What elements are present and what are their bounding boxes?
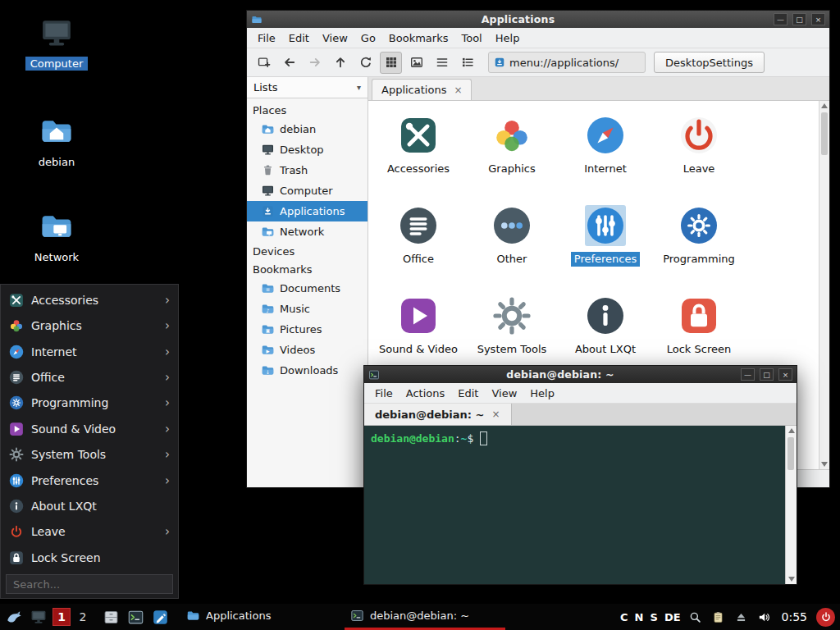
menu-item-sound-video[interactable]: Sound & Video › bbox=[1, 416, 178, 441]
desktop-settings-button[interactable]: DesktopSettings bbox=[654, 52, 765, 73]
menu-view[interactable]: View bbox=[316, 30, 354, 47]
tab-close-icon[interactable]: × bbox=[491, 409, 500, 420]
workspace-1-button[interactable]: 1 bbox=[52, 608, 71, 626]
menu-file[interactable]: File bbox=[251, 30, 282, 47]
desktop-icon-computer[interactable]: Computer bbox=[19, 15, 94, 71]
menu-search-input[interactable] bbox=[7, 578, 172, 591]
bookmark-label: Music bbox=[280, 303, 310, 315]
menu-item-system-tools[interactable]: System Tools › bbox=[1, 441, 178, 467]
maximize-button[interactable]: □ bbox=[760, 368, 774, 381]
menu-item-graphics[interactable]: Graphics › bbox=[1, 313, 178, 338]
fm-vertical-scrollbar[interactable] bbox=[819, 101, 829, 469]
show-desktop-button[interactable] bbox=[28, 606, 49, 628]
detailed-view-button[interactable] bbox=[456, 52, 478, 74]
app-category-office[interactable]: Office bbox=[372, 201, 465, 291]
quicklaunch-terminal[interactable] bbox=[125, 606, 146, 628]
clipboard-icon[interactable] bbox=[710, 609, 727, 625]
clock[interactable]: 0:55 bbox=[782, 610, 807, 623]
side-pane-mode-combo[interactable]: Lists ▾ bbox=[247, 77, 368, 98]
back-button[interactable] bbox=[278, 52, 300, 74]
bookmark-pictures[interactable]: ▣ Pictures bbox=[247, 319, 368, 340]
screenshot-tool-icon[interactable] bbox=[687, 609, 704, 625]
terminal-scrollbar[interactable] bbox=[785, 426, 797, 584]
task-button-terminal[interactable]: debian@debian: ~ bbox=[345, 604, 505, 630]
menu-item-accessories[interactable]: Accessories › bbox=[1, 287, 178, 313]
thumbnail-view-button[interactable] bbox=[405, 52, 427, 74]
fm-title-bar[interactable]: Applications — □ × bbox=[247, 11, 829, 28]
volume-icon[interactable] bbox=[756, 609, 773, 625]
menu-edit[interactable]: Edit bbox=[451, 385, 485, 402]
lock-icon bbox=[9, 550, 24, 565]
quicklaunch-file-manager[interactable] bbox=[100, 606, 121, 628]
app-category-other[interactable]: Other bbox=[465, 201, 559, 291]
terminal-tab[interactable]: debian@debian: ~ × bbox=[364, 404, 512, 425]
new-tab-button[interactable] bbox=[253, 52, 275, 74]
menu-view[interactable]: View bbox=[485, 385, 523, 402]
place-desktop[interactable]: Desktop bbox=[247, 139, 368, 160]
scrollbar-thumb[interactable] bbox=[788, 437, 794, 470]
removable-media-icon[interactable] bbox=[733, 609, 750, 625]
app-category-programming[interactable]: Programming bbox=[652, 201, 746, 291]
bookmark-downloads[interactable]: ↓ Downloads bbox=[247, 360, 368, 381]
scroll-down-icon[interactable] bbox=[821, 462, 828, 467]
menu-tool[interactable]: Tool bbox=[454, 30, 488, 47]
place-computer[interactable]: Computer bbox=[247, 180, 368, 201]
bookmark-music[interactable]: ♪ Music bbox=[247, 299, 368, 319]
bookmark-documents[interactable]: ≡ Documents bbox=[247, 278, 368, 299]
desktop-icon-debian[interactable]: debian bbox=[19, 113, 94, 169]
menu-item-office[interactable]: Office › bbox=[1, 364, 178, 390]
menu-item-programming[interactable]: Programming › bbox=[1, 390, 178, 416]
menu-edit[interactable]: Edit bbox=[282, 30, 316, 47]
compact-view-button[interactable] bbox=[431, 52, 453, 74]
close-button[interactable]: × bbox=[778, 368, 792, 381]
scroll-down-icon[interactable] bbox=[788, 577, 795, 582]
workspace-2-button[interactable]: 2 bbox=[74, 608, 92, 626]
path-input[interactable] bbox=[509, 57, 640, 69]
tab-applications[interactable]: Applications × bbox=[372, 79, 472, 100]
quicklaunch-editor[interactable] bbox=[149, 606, 171, 628]
menu-actions[interactable]: Actions bbox=[399, 385, 452, 402]
app-category-accessories[interactable]: Accessories bbox=[372, 111, 465, 201]
maximize-button[interactable]: □ bbox=[792, 13, 806, 25]
menu-help[interactable]: Help bbox=[523, 385, 561, 402]
bookmark-videos[interactable]: ▶ Videos bbox=[247, 340, 368, 360]
desktop-icon-network[interactable]: Network bbox=[19, 208, 94, 264]
app-category-leave[interactable]: Leave bbox=[652, 111, 746, 201]
keyboard-layout-indicator[interactable]: DE bbox=[664, 611, 681, 623]
place-applications[interactable]: Applications bbox=[247, 201, 368, 221]
app-category-preferences[interactable]: Preferences bbox=[559, 201, 652, 291]
preferences-icon bbox=[586, 206, 625, 245]
menu-item-internet[interactable]: Internet › bbox=[1, 339, 178, 364]
menu-go[interactable]: Go bbox=[354, 30, 382, 47]
icon-view-button[interactable] bbox=[380, 52, 402, 74]
minimize-button[interactable]: — bbox=[741, 368, 755, 381]
reload-button[interactable] bbox=[354, 52, 377, 74]
menu-item-lock-screen[interactable]: Lock Screen bbox=[1, 545, 178, 570]
place-debian[interactable]: debian bbox=[247, 119, 368, 139]
place-trash[interactable]: Trash bbox=[247, 160, 368, 180]
close-button[interactable]: × bbox=[811, 13, 825, 25]
menu-bookmarks[interactable]: Bookmarks bbox=[382, 30, 455, 47]
place-network[interactable]: Network bbox=[247, 221, 368, 242]
scroll-up-icon[interactable] bbox=[821, 103, 828, 108]
up-button[interactable] bbox=[329, 52, 351, 74]
menu-item-leave[interactable]: Leave › bbox=[1, 519, 178, 545]
task-button-applications[interactable]: Applications bbox=[180, 604, 341, 630]
tab-close-icon[interactable]: × bbox=[454, 84, 462, 96]
scrollbar-thumb[interactable] bbox=[821, 112, 828, 155]
path-bar[interactable] bbox=[488, 52, 646, 73]
shutdown-button[interactable] bbox=[816, 608, 835, 627]
app-category-internet[interactable]: Internet bbox=[559, 111, 652, 201]
scroll-up-icon[interactable] bbox=[788, 428, 795, 433]
menu-file[interactable]: File bbox=[368, 385, 399, 402]
submenu-arrow-icon: › bbox=[165, 370, 170, 385]
start-menu-button[interactable] bbox=[3, 606, 25, 628]
menu-help[interactable]: Help bbox=[489, 30, 527, 47]
minimize-button[interactable]: — bbox=[774, 13, 788, 25]
terminal-output[interactable]: debian@debian:~$ bbox=[364, 426, 797, 584]
app-category-graphics[interactable]: Graphics bbox=[465, 111, 559, 201]
menu-item-preferences[interactable]: Preferences › bbox=[1, 468, 178, 493]
forward-button[interactable] bbox=[304, 52, 326, 74]
menu-item-about-lxqt[interactable]: About LXQt bbox=[1, 493, 178, 518]
terminal-title-bar[interactable]: debian@debian: ~ — □ × bbox=[364, 366, 797, 383]
